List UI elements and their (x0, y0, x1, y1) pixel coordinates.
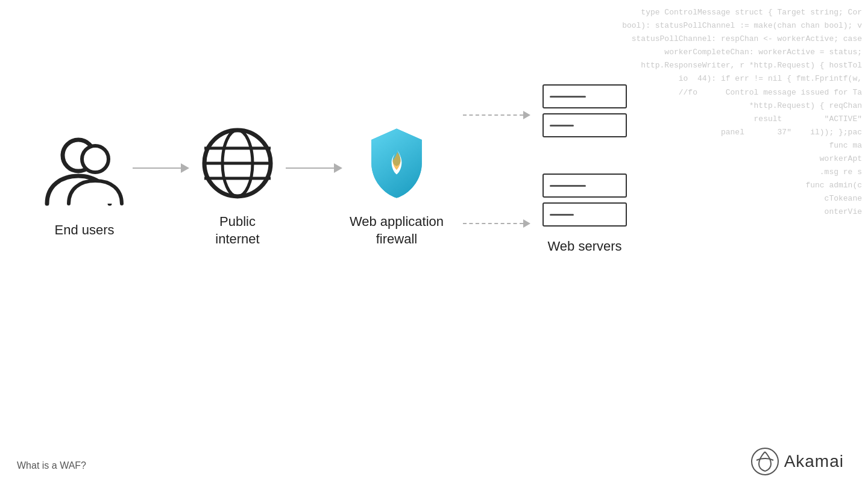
akamai-logo-icon (750, 447, 779, 476)
dashed-arrow-bottom (463, 219, 530, 228)
akamai-logo: Akamai (750, 447, 844, 476)
server-box-2 (542, 113, 627, 137)
server-line-2 (550, 125, 574, 127)
server-box-4 (542, 202, 627, 227)
svg-point-1 (82, 146, 108, 172)
end-users-node: End users (36, 133, 133, 239)
end-users-label: End users (54, 222, 114, 239)
waf-node: Web application firewall (342, 124, 451, 248)
web-servers-bottom-group (542, 174, 627, 227)
waf-icon (357, 124, 436, 202)
bottom-label: What is a WAF? (17, 460, 86, 471)
dashed-arrows (463, 97, 530, 242)
public-internet-node: Public internet (189, 124, 286, 248)
server-box-3 (542, 174, 627, 198)
akamai-brand-name: Akamai (784, 452, 844, 471)
users-icon (42, 133, 127, 211)
dashed-arrow-top (463, 111, 530, 119)
globe-icon (198, 124, 277, 202)
server-line-3 (550, 185, 586, 187)
arrow-users-to-internet (133, 163, 189, 173)
arrow-internet-to-waf (286, 163, 342, 173)
web-servers-top-group (542, 84, 627, 137)
server-line-4 (550, 214, 574, 216)
public-internet-label: Public internet (215, 213, 259, 248)
waf-label: Web application firewall (350, 213, 444, 248)
web-servers-node: Web servers (542, 84, 627, 254)
server-line-1 (550, 96, 586, 98)
server-box-1 (542, 84, 627, 108)
web-servers-label: Web servers (547, 239, 621, 254)
